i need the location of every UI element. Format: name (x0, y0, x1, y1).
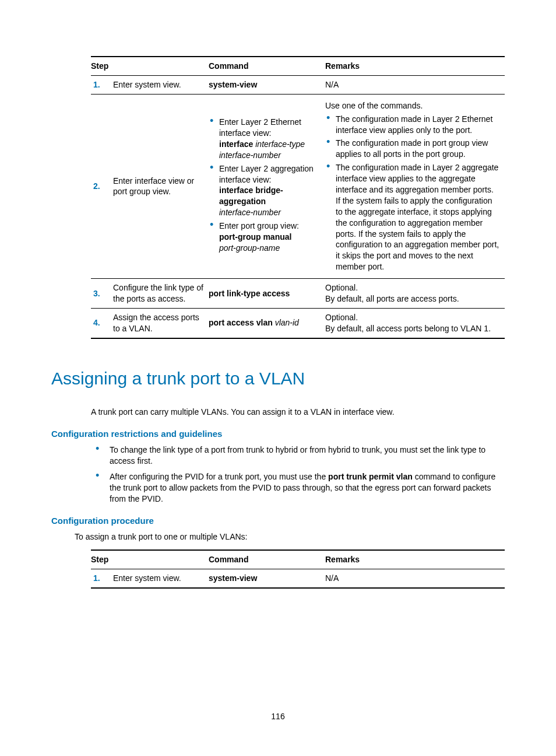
guidelines-list: To change the link type of a port from t… (93, 444, 505, 504)
step-number: 2. (91, 94, 113, 278)
list-item: Enter Layer 2 aggregation interface view… (209, 163, 321, 218)
subheading-restrictions: Configuration restrictions and guideline… (51, 428, 505, 440)
list-item: After configuring the PVID for a trunk p… (93, 471, 505, 505)
table-row: 3. Configure the link type of the ports … (91, 279, 505, 309)
table-row: 2. Enter interface view or port group vi… (91, 94, 505, 278)
list-item: The configuration made in Layer 2 aggreg… (325, 162, 500, 272)
procedure-intro: To assign a trunk port to one or multipl… (75, 531, 505, 542)
step-number: 3. (91, 279, 113, 309)
config-table-1: Step Command Remarks 1. Enter system vie… (91, 56, 505, 339)
col-step: Step (91, 550, 209, 569)
command-cell: Enter Layer 2 Ethernet interface view: i… (209, 94, 325, 278)
remarks-cell: Use one of the commands. The configurati… (325, 94, 505, 278)
remarks-text: N/A (325, 75, 505, 94)
list-item: The configuration made in port group vie… (325, 138, 500, 160)
step-number: 4. (91, 308, 113, 338)
section-heading: Assigning a trunk port to a VLAN (51, 367, 505, 391)
table-row: 1. Enter system view. system-view N/A (91, 75, 505, 94)
command-text: system-view (209, 75, 325, 94)
body-paragraph: A trunk port can carry multiple VLANs. Y… (91, 407, 505, 418)
step-number: 1. (91, 75, 113, 94)
command-text: port access vlan vlan-id (209, 308, 325, 338)
col-command: Command (209, 57, 325, 75)
list-item: Enter port group view: port-group manual… (209, 220, 321, 254)
step-text: Enter system view. (113, 75, 209, 94)
remarks-cell: Optional. By default, all access ports b… (325, 308, 505, 338)
step-number: 1. (91, 569, 113, 587)
step-text: Configure the link type of the ports as … (113, 279, 209, 309)
page-number: 116 (51, 711, 505, 722)
col-command: Command (209, 550, 325, 569)
config-table-2: Step Command Remarks 1. Enter system vie… (91, 550, 505, 589)
remarks-text: N/A (325, 569, 505, 587)
step-text: Enter system view. (113, 569, 209, 587)
step-text: Assign the access ports to a VLAN. (113, 308, 209, 338)
command-text: port link-type access (209, 279, 325, 309)
remarks-cell: Optional. By default, all ports are acce… (325, 279, 505, 309)
col-step: Step (91, 57, 209, 75)
col-remarks: Remarks (325, 57, 505, 75)
command-text: system-view (209, 569, 325, 587)
col-remarks: Remarks (325, 550, 505, 569)
table-row: 4. Assign the access ports to a VLAN. po… (91, 308, 505, 338)
table-row: 1. Enter system view. system-view N/A (91, 569, 505, 587)
list-item: To change the link type of a port from t… (93, 444, 505, 467)
list-item: The configuration made in Layer 2 Ethern… (325, 114, 500, 136)
list-item: Enter Layer 2 Ethernet interface view: i… (209, 117, 321, 161)
step-text: Enter interface view or port group view. (113, 94, 209, 278)
subheading-procedure: Configuration procedure (51, 515, 505, 527)
